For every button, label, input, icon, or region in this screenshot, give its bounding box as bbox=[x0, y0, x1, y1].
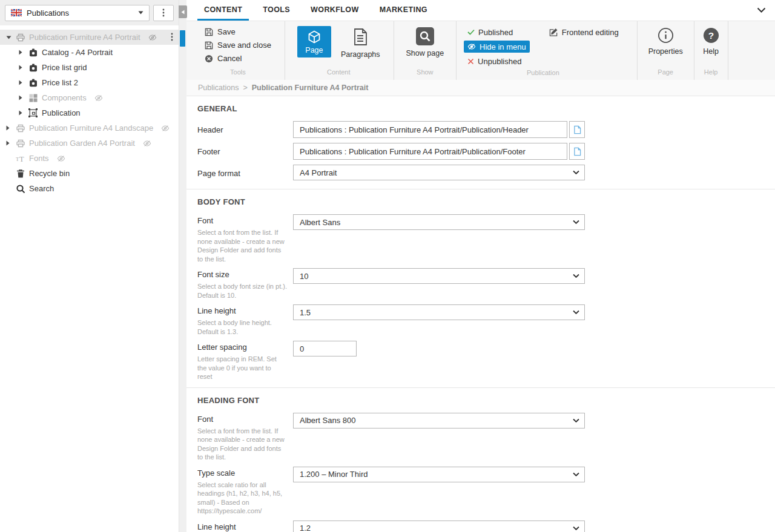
heading-line-height-value: 1.2 bbox=[300, 524, 311, 532]
section-title: GENERAL bbox=[197, 102, 764, 113]
frontend-editing-button[interactable]: Frontend editing bbox=[546, 26, 622, 38]
body-letter-spacing-input[interactable] bbox=[293, 341, 357, 356]
tree-item-label: Fonts bbox=[29, 154, 49, 163]
tree-row-kebab-icon[interactable] bbox=[171, 33, 173, 43]
heading-line-height-label: Line height bbox=[197, 521, 287, 532]
cancel-icon bbox=[205, 54, 213, 63]
x-icon bbox=[467, 58, 474, 65]
page-format-label: Page format bbox=[197, 165, 287, 179]
tree-item-recycle-bin[interactable]: Recycle bin bbox=[0, 166, 179, 181]
save-and-close-label: Save and close bbox=[217, 41, 271, 50]
breadcrumb-current: Publication Furniture A4 Portrait bbox=[252, 84, 369, 92]
caret-right-icon[interactable] bbox=[19, 95, 24, 100]
section-title: HEADING FONT bbox=[197, 394, 764, 405]
tab-marketing[interactable]: MARKETING bbox=[373, 0, 434, 21]
caret-right-icon[interactable] bbox=[19, 50, 24, 55]
chevron-down-icon bbox=[573, 220, 579, 225]
sidebar-splitter[interactable] bbox=[179, 0, 186, 532]
breadcrumb-parent[interactable]: Publications bbox=[198, 84, 239, 92]
frontend-editing-label: Frontend editing bbox=[562, 28, 619, 37]
body-font-size-select[interactable]: 10 bbox=[293, 268, 585, 284]
heading-line-height-select[interactable]: 1.2 bbox=[293, 521, 585, 532]
page-format-select[interactable]: A4 Portrait bbox=[293, 165, 585, 180]
tab-workflow[interactable]: WORKFLOW bbox=[304, 0, 366, 21]
hide-in-menu-label: Hide in menu bbox=[480, 42, 526, 51]
tree-item-price-list-2[interactable]: Price list 2 bbox=[0, 75, 179, 90]
page-button[interactable]: Page bbox=[297, 26, 331, 57]
body-font-select[interactable]: Albert Sans bbox=[293, 214, 585, 230]
published-button[interactable]: Published bbox=[464, 26, 530, 38]
published-label: Published bbox=[478, 28, 513, 37]
chevron-down-icon bbox=[573, 171, 579, 175]
paragraphs-button[interactable]: Paragraphs bbox=[341, 26, 380, 59]
group-label-publication: Publication bbox=[464, 67, 622, 80]
cancel-button[interactable]: Cancel bbox=[205, 54, 271, 63]
type-scale-help: Select scale ratio for all headings (h1,… bbox=[197, 481, 287, 516]
ribbon-collapse-chevron-icon[interactable] bbox=[757, 7, 766, 13]
workspace-label: Publications bbox=[27, 8, 133, 18]
show-page-button[interactable]: Show page bbox=[406, 26, 444, 57]
tab-content[interactable]: CONTENT bbox=[197, 0, 249, 21]
tree-item-components[interactable]: Components bbox=[0, 90, 179, 105]
properties-button[interactable]: Properties bbox=[648, 26, 683, 56]
document-icon bbox=[351, 27, 369, 47]
sidebar-kebab-button[interactable] bbox=[153, 5, 174, 21]
help-button[interactable]: ? Help bbox=[703, 26, 719, 56]
header-input[interactable] bbox=[293, 121, 567, 138]
workspace-dropdown[interactable]: Publications bbox=[5, 5, 150, 21]
sidebar-collapse-handle[interactable] bbox=[179, 5, 187, 18]
fonts-icon: TT bbox=[15, 153, 25, 163]
tree-item-search[interactable]: Search bbox=[0, 181, 179, 196]
type-scale-select[interactable]: 1.200 – Minor Third bbox=[293, 467, 585, 482]
device-icon bbox=[28, 77, 38, 88]
chevron-down-icon bbox=[573, 310, 579, 315]
type-scale-value: 1.200 – Minor Third bbox=[300, 470, 368, 479]
header-open-document-button[interactable] bbox=[569, 121, 585, 138]
tree-item-catalog-a4-portrait[interactable]: Catalog - A4 Portrait bbox=[0, 45, 179, 60]
trash-icon bbox=[15, 168, 25, 179]
eye-slash-icon bbox=[94, 94, 103, 102]
tree-item-fonts[interactable]: TT Fonts bbox=[0, 151, 179, 166]
heading-font-select[interactable]: Albert Sans 800 bbox=[293, 413, 585, 429]
group-label-page: Page bbox=[648, 67, 683, 80]
unpublished-button[interactable]: Unpublished bbox=[464, 55, 530, 67]
save-and-close-button[interactable]: Save and close bbox=[205, 41, 271, 50]
body-font-help: Select a font from the list. If none ava… bbox=[197, 228, 287, 263]
tree-item-publication-furniture-a4-portrait[interactable]: Publication Furniture A4 Portrait bbox=[0, 30, 179, 45]
body-line-height-select[interactable]: 1.5 bbox=[293, 304, 585, 320]
caret-down-icon[interactable] bbox=[6, 35, 12, 40]
heading-font-value: Albert Sans 800 bbox=[300, 416, 356, 425]
document-page-icon bbox=[573, 125, 581, 134]
footer-open-document-button[interactable] bbox=[569, 143, 585, 160]
settings-form: GENERAL Header Footer bbox=[186, 96, 775, 532]
section-body-font: BODY FONT Font Select a font from the li… bbox=[186, 189, 775, 388]
save-button[interactable]: Save bbox=[205, 27, 271, 36]
caret-right-icon[interactable] bbox=[19, 80, 24, 85]
show-page-label: Show page bbox=[406, 49, 444, 57]
chevron-down-icon bbox=[573, 274, 579, 278]
save-icon bbox=[205, 41, 213, 50]
app-window: Publications Publication Furniture A4 Po… bbox=[0, 0, 775, 532]
caret-right-icon[interactable] bbox=[6, 125, 12, 131]
section-general: GENERAL Header Footer bbox=[186, 96, 775, 189]
footer-input[interactable] bbox=[293, 143, 567, 160]
tree-item-publication[interactable]: Publication bbox=[0, 105, 179, 120]
caret-right-icon[interactable] bbox=[19, 65, 24, 70]
group-label-content: Content bbox=[297, 67, 380, 80]
group-label-tools: Tools bbox=[205, 67, 271, 80]
body-font-value: Albert Sans bbox=[300, 218, 340, 227]
svg-text:?: ? bbox=[708, 30, 713, 41]
tab-tools[interactable]: TOOLS bbox=[256, 0, 297, 21]
tree-item-publication-furniture-a4-landscape[interactable]: Publication Furniture A4 Landscape bbox=[0, 120, 179, 136]
eye-slash-icon bbox=[161, 125, 170, 132]
tree-item-price-list-grid[interactable]: Price list grid bbox=[0, 60, 179, 75]
tree-item-label: Publication bbox=[42, 108, 81, 117]
tree-item-publication-garden-a4-portrait[interactable]: Publication Garden A4 Portrait bbox=[0, 136, 179, 151]
caret-right-icon[interactable] bbox=[6, 140, 12, 146]
body-line-height-value: 1.5 bbox=[300, 308, 311, 317]
body-line-height-help: Select a body line height. Default is 1.… bbox=[197, 318, 287, 336]
printer-icon bbox=[15, 123, 25, 133]
caret-right-icon[interactable] bbox=[19, 110, 24, 116]
eye-slash-icon bbox=[148, 34, 157, 41]
hide-in-menu-button[interactable]: Hide in menu bbox=[464, 41, 530, 53]
